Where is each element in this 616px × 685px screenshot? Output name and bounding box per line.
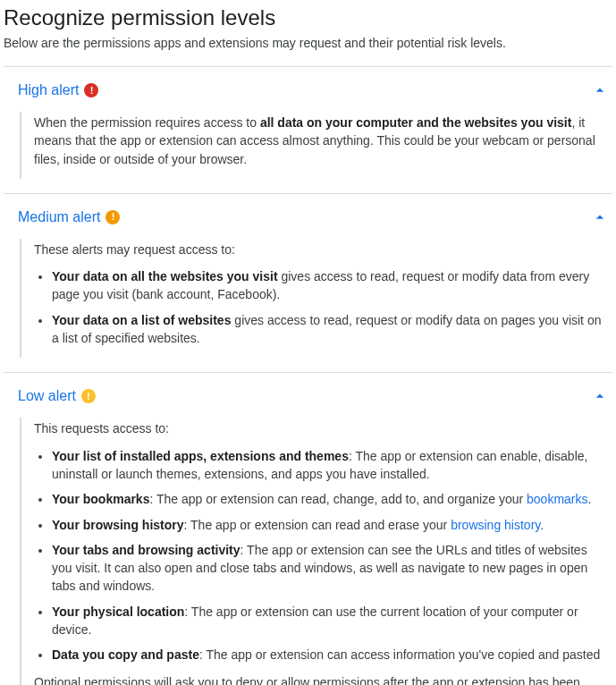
item-rest: : The app or extension can read and eras… [184, 518, 451, 532]
bookmarks-link[interactable]: bookmarks [527, 492, 587, 506]
list-item: Your bookmarks: The app or extension can… [52, 490, 605, 508]
high-body-bold: all data on your computer and the websit… [260, 115, 572, 130]
item-bold: Your browsing history [52, 518, 184, 532]
low-lead: This requests access to: [34, 419, 605, 437]
item-bold: Your tabs and browsing activity [52, 543, 240, 557]
list-item: Your browsing history: The app or extens… [52, 516, 605, 534]
list-item: Your list of installed apps, extensions … [52, 447, 605, 484]
section-body-high: When the permission requires access to a… [20, 112, 612, 179]
medium-lead: These alerts may request access to: [34, 241, 605, 258]
section-body-medium: These alerts may request access to: Your… [20, 239, 612, 358]
high-body-pre: When the permission requires access to [34, 115, 260, 130]
section-header-low[interactable]: Low alert ! [4, 387, 612, 405]
list-item: Your tabs and browsing activity: The app… [52, 541, 605, 596]
item-bold: Your list of installed apps, extensions … [52, 449, 349, 463]
section-high-alert: High alert ! When the permission require… [4, 66, 612, 179]
item-bold: Your bookmarks [52, 492, 149, 506]
item-bold: Data you copy and paste [52, 647, 199, 662]
section-header-high[interactable]: High alert ! [4, 81, 612, 99]
alert-icon-low: ! [81, 389, 96, 403]
chevron-up-icon [591, 208, 609, 226]
section-title-low: Low alert [18, 388, 76, 404]
item-bold: Your data on all the websites you visit [52, 269, 278, 283]
list-item: Your data on all the websites you visit … [52, 267, 605, 304]
section-title-medium: Medium alert [18, 209, 100, 225]
page-title: Recognize permission levels [4, 5, 612, 30]
chevron-up-icon [591, 81, 609, 99]
item-tail: . [588, 492, 592, 506]
item-tail: . [540, 518, 544, 532]
list-item: Your data on a list of websites gives ac… [52, 311, 605, 348]
section-body-low: This requests access to: Your list of in… [20, 418, 612, 685]
item-bold: Your data on a list of websites [52, 313, 231, 327]
intro-text: Below are the permissions apps and exten… [4, 36, 612, 50]
section-low-alert: Low alert ! This requests access to: You… [4, 372, 612, 685]
item-bold: Your physical location [52, 605, 184, 619]
section-medium-alert: Medium alert ! These alerts may request … [4, 193, 612, 358]
chevron-up-icon [591, 387, 609, 405]
list-item: Data you copy and paste: The app or exte… [52, 646, 605, 664]
section-header-medium[interactable]: Medium alert ! [4, 208, 612, 226]
list-item: Your physical location: The app or exten… [52, 603, 605, 639]
browsing-history-link[interactable]: browsing history [451, 518, 540, 532]
alert-icon-medium: ! [105, 210, 120, 224]
item-rest: : The app or extension can access inform… [199, 647, 600, 662]
low-footer: Optional permissions will ask you to den… [34, 673, 605, 685]
alert-icon-high: ! [84, 83, 98, 97]
section-title-high: High alert [18, 82, 79, 98]
item-rest: : The app or extension can read, change,… [149, 492, 527, 506]
